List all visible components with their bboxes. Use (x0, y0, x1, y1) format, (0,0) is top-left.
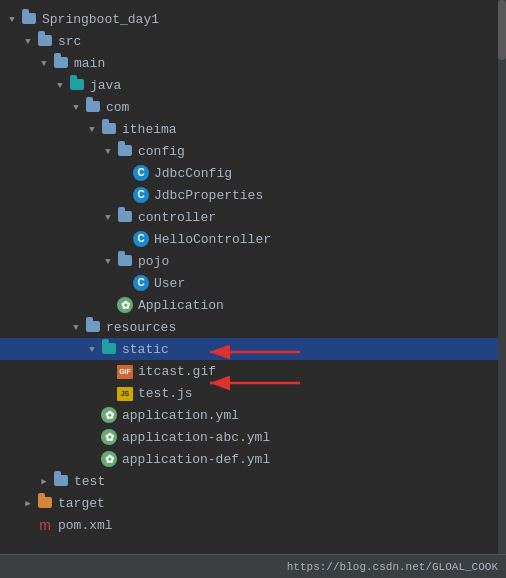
tree-item-Application[interactable]: ✿Application (0, 294, 506, 316)
arrow-right-icon: ▶ (20, 498, 36, 509)
tree-item-src[interactable]: ▼src (0, 30, 506, 52)
tree-item-label: User (154, 276, 185, 291)
file-tree: ▼Springboot_day1▼src▼main▼java▼com▼ithei… (0, 0, 506, 544)
scrollbar-thumb[interactable] (498, 0, 506, 60)
tree-item-application-def.yml[interactable]: ✿application-def.yml (0, 448, 506, 470)
arrow-down-icon: ▼ (20, 36, 36, 47)
js-icon: JS (116, 385, 134, 401)
tree-item-User[interactable]: CUser (0, 272, 506, 294)
tree-item-springboot_day1[interactable]: ▼Springboot_day1 (0, 8, 506, 30)
yml-icon: ✿ (100, 429, 118, 445)
tree-item-label: java (90, 78, 121, 93)
bottom-bar: https://blog.csdn.net/GLOAL_COOK (0, 554, 506, 578)
tree-item-label: HelloController (154, 232, 271, 247)
folder-icon (20, 11, 38, 27)
tree-item-target[interactable]: ▶target (0, 492, 506, 514)
tree-item-label: application-def.yml (122, 452, 270, 467)
arrow-down-icon: ▼ (68, 102, 84, 113)
tree-item-label: controller (138, 210, 216, 225)
url-text: https://blog.csdn.net/GLOAL_COOK (287, 561, 498, 573)
arrow-down-icon: ▼ (68, 322, 84, 333)
spring-icon: ✿ (116, 297, 134, 313)
folder-icon (36, 33, 54, 49)
arrow-down-icon: ▼ (84, 344, 100, 355)
tree-item-label: config (138, 144, 185, 159)
tree-item-label: main (74, 56, 105, 71)
arrow-right-icon: ▶ (36, 476, 52, 487)
arrow-down-icon: ▼ (84, 124, 100, 135)
tree-item-resources[interactable]: ▼resources (0, 316, 506, 338)
tree-item-com[interactable]: ▼com (0, 96, 506, 118)
tree-item-main[interactable]: ▼main (0, 52, 506, 74)
class-icon: C (132, 275, 150, 291)
folder-icon (100, 341, 118, 357)
folder-icon (116, 209, 134, 225)
tree-item-label: Springboot_day1 (42, 12, 159, 27)
maven-icon: m (36, 517, 54, 533)
tree-item-HelloController[interactable]: CHelloController (0, 228, 506, 250)
class-icon: C (132, 187, 150, 203)
tree-item-label: test (74, 474, 105, 489)
tree-item-static[interactable]: ▼static (0, 338, 506, 360)
tree-item-label: pom.xml (58, 518, 113, 533)
arrow-down-icon: ▼ (4, 14, 20, 25)
tree-item-JdbcProperties[interactable]: CJdbcProperties (0, 184, 506, 206)
tree-item-controller[interactable]: ▼controller (0, 206, 506, 228)
folder-icon (84, 319, 102, 335)
tree-item-label: itcast.gif (138, 364, 216, 379)
tree-item-java[interactable]: ▼java (0, 74, 506, 96)
tree-item-application.yml[interactable]: ✿application.yml (0, 404, 506, 426)
folder-icon (116, 143, 134, 159)
folder-icon (36, 495, 54, 511)
arrow-down-icon: ▼ (52, 80, 68, 91)
folder-icon (84, 99, 102, 115)
tree-item-label: application-abc.yml (122, 430, 270, 445)
class-icon: C (132, 231, 150, 247)
yml-icon: ✿ (100, 407, 118, 423)
tree-item-JdbcConfig[interactable]: CJdbcConfig (0, 162, 506, 184)
tree-item-label: com (106, 100, 129, 115)
folder-icon (100, 121, 118, 137)
tree-item-label: test.js (138, 386, 193, 401)
tree-item-itcast.gif[interactable]: GIFitcast.gif (0, 360, 506, 382)
tree-item-label: target (58, 496, 105, 511)
class-icon: C (132, 165, 150, 181)
arrow-down-icon: ▼ (36, 58, 52, 69)
folder-icon (52, 55, 70, 71)
tree-item-label: resources (106, 320, 176, 335)
gif-icon: GIF (116, 363, 134, 379)
tree-item-label: JdbcConfig (154, 166, 232, 181)
arrow-down-icon: ▼ (100, 146, 116, 157)
tree-item-test[interactable]: ▶test (0, 470, 506, 492)
scrollbar[interactable] (498, 0, 506, 554)
tree-item-label: Application (138, 298, 224, 313)
tree-item-label: pojo (138, 254, 169, 269)
tree-item-pojo[interactable]: ▼pojo (0, 250, 506, 272)
arrow-down-icon: ▼ (100, 212, 116, 223)
yml-icon: ✿ (100, 451, 118, 467)
folder-icon (52, 473, 70, 489)
tree-item-test.js[interactable]: JStest.js (0, 382, 506, 404)
arrow-down-icon: ▼ (100, 256, 116, 267)
tree-item-label: static (122, 342, 169, 357)
tree-item-itheima[interactable]: ▼itheima (0, 118, 506, 140)
folder-icon (68, 77, 86, 93)
tree-item-label: application.yml (122, 408, 239, 423)
tree-item-application-abc.yml[interactable]: ✿application-abc.yml (0, 426, 506, 448)
tree-item-pom.xml[interactable]: mpom.xml (0, 514, 506, 536)
tree-item-label: JdbcProperties (154, 188, 263, 203)
tree-item-label: itheima (122, 122, 177, 137)
tree-item-label: src (58, 34, 81, 49)
folder-icon (116, 253, 134, 269)
tree-item-config[interactable]: ▼config (0, 140, 506, 162)
